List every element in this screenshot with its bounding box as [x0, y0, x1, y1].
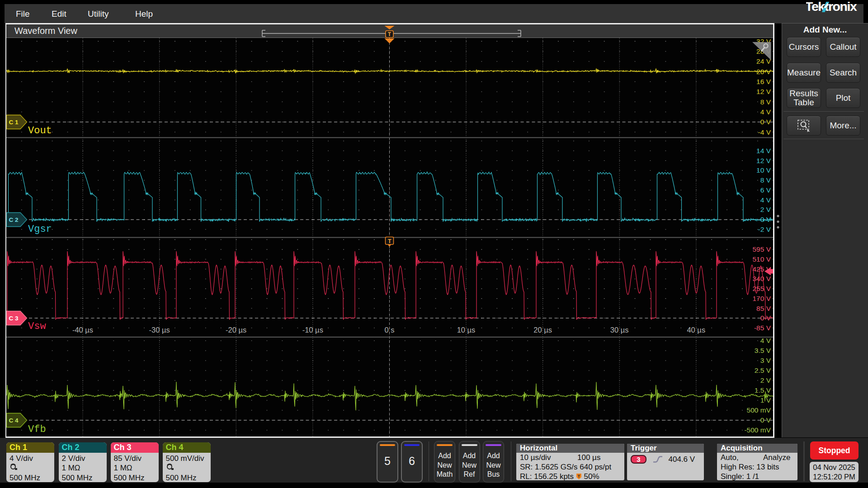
- svg-text:85 V: 85 V: [756, 305, 771, 312]
- svg-text:-500 mV: -500 mV: [744, 426, 771, 434]
- svg-text:-85 V: -85 V: [754, 324, 771, 332]
- svg-text:510 V: 510 V: [752, 255, 771, 263]
- svg-text:4 V: 4 V: [760, 337, 771, 344]
- svg-text:-10 µs: -10 µs: [302, 326, 323, 334]
- svg-text:500 mV: 500 mV: [747, 406, 771, 414]
- svg-text:24 V: 24 V: [756, 57, 771, 65]
- svg-text:8 V: 8 V: [760, 176, 771, 184]
- svg-text:14 V: 14 V: [756, 147, 771, 155]
- svg-text:10 µs: 10 µs: [457, 326, 476, 334]
- svg-text:Vsw: Vsw: [28, 321, 46, 332]
- svg-text:340 V: 340 V: [752, 275, 771, 282]
- svg-text:20 µs: 20 µs: [533, 326, 552, 334]
- svg-text:C 4: C 4: [9, 417, 19, 424]
- svg-text:8 V: 8 V: [760, 98, 771, 106]
- svg-text:Tektronix: Tektronix: [806, 1, 857, 13]
- svg-text:T: T: [388, 31, 392, 38]
- svg-text:170 V: 170 V: [752, 295, 771, 302]
- svg-text:40 µs: 40 µs: [687, 326, 705, 334]
- svg-text:2.5 V: 2.5 V: [755, 366, 771, 374]
- svg-text:2 V: 2 V: [760, 376, 771, 384]
- svg-text:10 V: 10 V: [756, 166, 771, 174]
- svg-text:1.5 V: 1.5 V: [755, 386, 771, 394]
- svg-text:-4 V: -4 V: [758, 128, 771, 136]
- svg-text:0 V: 0 V: [760, 416, 771, 424]
- svg-text:16 V: 16 V: [756, 78, 771, 85]
- svg-text:595 V: 595 V: [752, 245, 771, 253]
- svg-text:Vout: Vout: [28, 125, 52, 136]
- svg-text:-2 V: -2 V: [758, 225, 771, 233]
- svg-text:-30 µs: -30 µs: [149, 326, 170, 334]
- svg-text:T: T: [388, 238, 392, 244]
- svg-text:T: T: [577, 474, 580, 479]
- svg-text:12 V: 12 V: [756, 88, 771, 95]
- svg-text:2 V: 2 V: [760, 206, 771, 213]
- svg-text:Vfb: Vfb: [28, 424, 46, 435]
- svg-text:4 V: 4 V: [760, 108, 771, 116]
- svg-text:6 V: 6 V: [760, 186, 771, 194]
- svg-text:0 V: 0 V: [760, 118, 771, 126]
- svg-text:-40 µs: -40 µs: [72, 326, 93, 334]
- svg-text:C 1: C 1: [9, 119, 19, 126]
- svg-text:Vgsr: Vgsr: [28, 224, 52, 235]
- svg-text:4 V: 4 V: [760, 196, 771, 204]
- svg-text:C 2: C 2: [9, 216, 18, 223]
- svg-text:3.5 V: 3.5 V: [755, 347, 771, 354]
- svg-text:12 V: 12 V: [756, 157, 771, 164]
- svg-text:3 V: 3 V: [760, 357, 771, 364]
- svg-text:30 µs: 30 µs: [610, 326, 629, 334]
- svg-text:C 3: C 3: [9, 315, 19, 322]
- svg-text:-20 µs: -20 µs: [226, 326, 246, 334]
